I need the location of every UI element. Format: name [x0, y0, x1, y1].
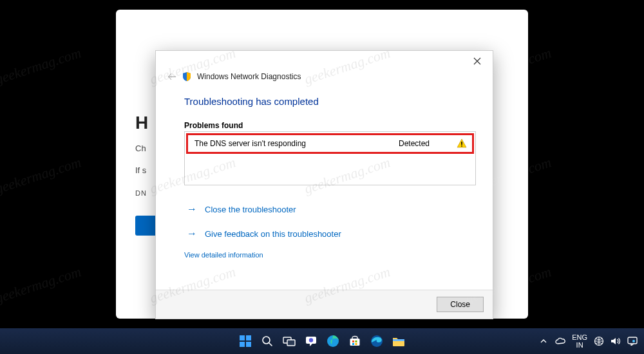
svg-line-10: [269, 343, 272, 346]
svg-rect-12: [287, 340, 295, 346]
start-button[interactable]: [236, 332, 254, 350]
close-icon[interactable]: [464, 52, 490, 70]
network-diagnostics-dialog: 🡠 Windows Network Diagnostics Troublesho…: [155, 50, 493, 319]
dialog-footer: Close: [156, 290, 493, 319]
dialog-titlebar: [156, 51, 493, 71]
svg-rect-8: [246, 342, 251, 347]
svg-point-9: [263, 337, 270, 344]
chat-icon[interactable]: [302, 332, 320, 350]
close-troubleshooter-label: Close the troubleshooter: [205, 205, 296, 214]
file-explorer-icon[interactable]: [390, 332, 408, 350]
shield-icon: [182, 71, 192, 82]
search-icon[interactable]: [258, 332, 276, 350]
task-view-icon[interactable]: [280, 332, 298, 350]
arrow-right-icon: →: [187, 203, 197, 215]
svg-rect-18: [355, 340, 357, 342]
svg-rect-4: [461, 145, 462, 147]
notification-dot: [632, 340, 635, 342]
give-feedback-label: Give feedback on this troubleshooter: [205, 229, 341, 239]
taskbar: ENG IN: [0, 328, 644, 354]
problems-found-label: Problems found: [184, 121, 476, 130]
system-tray: ENG IN: [538, 333, 638, 349]
back-arrow-icon[interactable]: 🡠: [167, 71, 176, 82]
svg-rect-6: [246, 335, 251, 340]
give-feedback-link[interactable]: → Give feedback on this troubleshooter: [184, 221, 476, 246]
svg-rect-7: [240, 342, 245, 347]
taskbar-center: [236, 332, 408, 350]
problem-status: Detected: [399, 139, 457, 148]
volume-icon[interactable]: [611, 336, 621, 346]
svg-rect-17: [352, 340, 354, 342]
store-icon[interactable]: [346, 332, 364, 350]
lang-bottom: IN: [572, 341, 587, 349]
dialog-title: Windows Network Diagnostics: [197, 72, 301, 81]
view-detailed-info-link[interactable]: View detailed information: [184, 251, 263, 259]
svg-point-14: [309, 338, 313, 342]
network-icon[interactable]: [594, 336, 604, 346]
svg-rect-19: [352, 343, 354, 345]
svg-rect-16: [350, 339, 360, 346]
notifications-icon[interactable]: [627, 336, 638, 346]
svg-rect-23: [393, 339, 404, 341]
problem-name: The DNS server isn't responding: [194, 139, 399, 148]
problems-box: The DNS server isn't responding Detected: [184, 131, 476, 185]
dialog-header-row: 🡠 Windows Network Diagnostics: [156, 71, 493, 86]
close-troubleshooter-link[interactable]: → Close the troubleshooter: [184, 197, 476, 221]
svg-rect-20: [355, 343, 357, 345]
close-button[interactable]: Close: [437, 297, 484, 312]
edge-pinned-icon[interactable]: [368, 332, 386, 350]
arrow-right-icon: →: [187, 228, 197, 239]
onedrive-icon[interactable]: [555, 336, 565, 346]
problem-row[interactable]: The DNS server isn't responding Detected: [186, 133, 474, 154]
lang-top: ENG: [572, 333, 587, 341]
tray-chevron-icon[interactable]: [538, 336, 549, 346]
warning-icon: [457, 138, 467, 149]
edge-icon[interactable]: [324, 332, 342, 350]
dialog-headline: Troubleshooting has completed: [184, 96, 476, 107]
svg-rect-5: [240, 335, 245, 340]
svg-rect-3: [461, 142, 462, 145]
language-indicator[interactable]: ENG IN: [572, 333, 587, 349]
